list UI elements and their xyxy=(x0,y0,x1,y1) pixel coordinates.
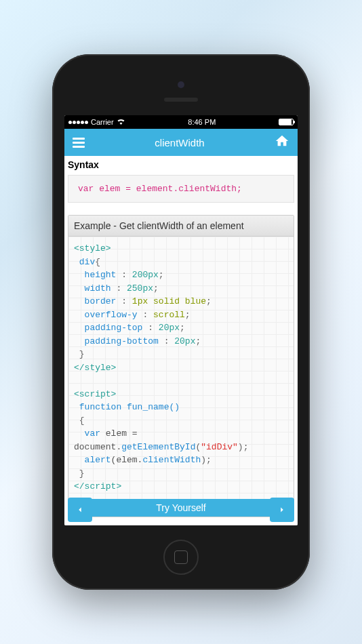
clock-time: 8:46 PM xyxy=(188,118,216,126)
wifi-icon xyxy=(117,117,125,127)
syntax-heading: Syntax xyxy=(64,156,298,172)
front-camera xyxy=(178,81,184,88)
chevron-right-icon xyxy=(277,505,287,515)
next-page-button[interactable] xyxy=(270,498,294,522)
home-button[interactable] xyxy=(163,540,199,575)
page-navigation-arrows xyxy=(68,498,294,522)
main-content[interactable]: Syntax var elem = element.clientWidth; E… xyxy=(64,156,298,525)
status-bar: Carrier 8:46 PM xyxy=(64,115,298,129)
app-navigation-bar: clientWidth xyxy=(64,129,298,156)
phone-device-frame: Carrier 8:46 PM clientWidth Syntax xyxy=(52,54,310,590)
home-icon[interactable] xyxy=(275,134,289,151)
page-title: clientWidth xyxy=(155,137,204,148)
status-right xyxy=(279,119,294,125)
syntax-keyword: var xyxy=(78,184,94,194)
example-title: Example - Get clientWidth of an element xyxy=(68,216,294,237)
phone-sensors xyxy=(164,81,198,102)
syntax-code-box: var elem = element.clientWidth; xyxy=(68,175,294,203)
hamburger-menu-icon[interactable] xyxy=(73,138,85,148)
earpiece-speaker xyxy=(164,98,198,102)
battery-icon xyxy=(279,119,294,125)
signal-strength-icon xyxy=(68,121,88,124)
example-box: Example - Get clientWidth of an element … xyxy=(68,215,294,517)
carrier-label: Carrier xyxy=(91,118,114,126)
status-left: Carrier xyxy=(68,117,125,127)
chevron-left-icon xyxy=(75,505,85,515)
prev-page-button[interactable] xyxy=(68,498,92,522)
phone-screen: Carrier 8:46 PM clientWidth Syntax xyxy=(64,115,298,525)
example-code: <style> div{ height : 200px; width : 250… xyxy=(68,237,294,499)
syntax-rest: elem = element.clientWidth; xyxy=(94,184,241,194)
